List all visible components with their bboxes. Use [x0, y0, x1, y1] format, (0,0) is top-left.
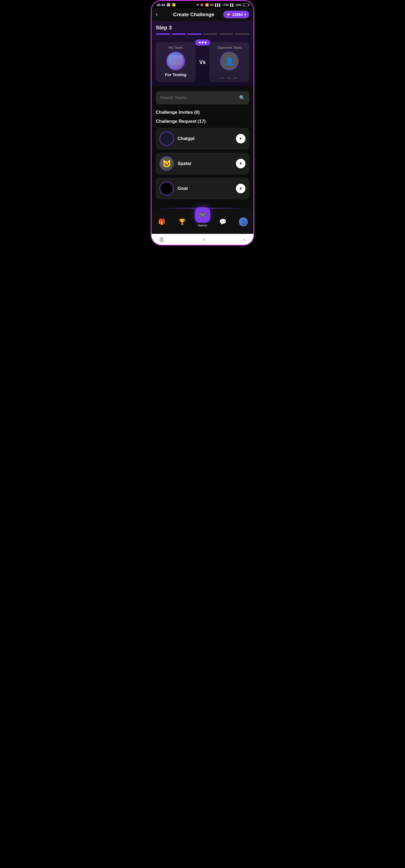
add-spatar-button[interactable]: +: [236, 159, 245, 168]
time-display: 16:44: [156, 3, 165, 7]
list-item[interactable]: Goat +: [156, 178, 249, 199]
list-item[interactable]: 🐱 Spatar +: [156, 153, 249, 175]
nav-trophy[interactable]: 🏆: [172, 218, 193, 225]
phone-frame: 16:44 🖼 😊 ✳ 🔇 📶 5G ▌▌▌ LTE2 ▌▌ 16% ‹ Cre…: [151, 0, 254, 246]
mute-icon: 🔇: [200, 3, 204, 7]
progress-segment-5: [219, 33, 234, 35]
my-team-avatar-image: [167, 52, 184, 70]
recent-apps-button[interactable]: |||: [160, 237, 164, 243]
progress-segment-4: [203, 33, 218, 35]
signal-lte: LTE2: [223, 3, 229, 6]
goat-avatar-image: [160, 182, 173, 195]
battery-icon: [243, 3, 249, 6]
chatgpt-avatar: [160, 131, 174, 146]
search-bar[interactable]: 🔍: [156, 91, 249, 104]
bottom-nav: 🎁 🏆 🎮 Games 💬 👤: [151, 210, 254, 234]
rewards-icon: 🎁: [158, 218, 165, 225]
chat-dot-3: [205, 42, 206, 43]
teams-row: My Team For Testing Vs Opponent Team 👤 _…: [156, 42, 249, 82]
chatgpt-name: Chatgpt: [178, 136, 232, 141]
main-content: 🔍 Challenge Invites (0) Challenge Reques…: [151, 86, 254, 207]
nav-chat[interactable]: 💬: [212, 218, 233, 225]
signal-bars-2: ▌▌: [230, 3, 234, 7]
add-goat-button[interactable]: +: [236, 184, 245, 193]
my-team-avatar: [166, 52, 185, 70]
my-team-card[interactable]: My Team For Testing: [156, 42, 196, 82]
back-button[interactable]: ‹: [156, 11, 164, 18]
signal-bars: ▌▌▌: [215, 3, 221, 7]
my-team-name: For Testing: [165, 72, 186, 77]
progress-bar: [156, 33, 249, 35]
requests-header: Challenge Request (17): [156, 119, 249, 124]
home-button[interactable]: ○: [202, 237, 205, 243]
status-bar: 16:44 🖼 😊 ✳ 🔇 📶 5G ▌▌▌ LTE2 ▌▌ 16%: [151, 1, 254, 8]
progress-segment-1: [156, 33, 170, 35]
person-icon: 👤: [225, 57, 234, 65]
chat-dot-2: [202, 42, 204, 43]
progress-segment-6: [235, 33, 249, 35]
back-nav-button[interactable]: ‹: [243, 237, 245, 243]
add-chatgpt-button[interactable]: +: [236, 134, 245, 144]
games-button[interactable]: 🎮: [195, 207, 210, 223]
page-title: Create Challenge: [164, 12, 223, 18]
add-coins-button[interactable]: +: [244, 12, 247, 17]
coins-badge[interactable]: ⚡ 23864 +: [223, 10, 249, 18]
profile-avatar[interactable]: 👤: [239, 217, 248, 226]
opponent-team-card[interactable]: Opponent Team 👤 _ _ _: [209, 42, 249, 82]
search-icon[interactable]: 🔍: [239, 95, 245, 101]
my-team-label: My Team: [169, 45, 183, 50]
nav-rewards[interactable]: 🎁: [151, 218, 172, 225]
trophy-icon: 🏆: [179, 218, 186, 225]
spatar-avatar-image: 🐱: [160, 157, 173, 170]
smiley-icon: 😊: [172, 3, 176, 7]
chat-bubble-container: [156, 39, 249, 45]
gamepad-icon: 🎮: [198, 211, 207, 219]
progress-segment-3: [187, 33, 202, 35]
search-input[interactable]: [160, 95, 236, 100]
chat-bubble: [195, 39, 210, 45]
goat-name: Goat: [178, 186, 232, 191]
bluetooth-icon: ✳: [196, 3, 199, 7]
invites-header: Challenge Invites (0): [156, 110, 249, 115]
vs-label: Vs: [198, 59, 207, 65]
step-label: Step 3: [156, 25, 249, 31]
opponent-placeholder: 👤: [221, 52, 238, 70]
status-right: ✳ 🔇 📶 5G ▌▌▌ LTE2 ▌▌ 16%: [196, 3, 249, 7]
wifi-icon: 📶: [205, 3, 209, 7]
opponent-dashes: _ _ _: [221, 72, 238, 79]
spatar-name: Spatar: [178, 161, 232, 166]
chat-icon: 💬: [219, 218, 226, 225]
chat-dot-1: [199, 42, 201, 43]
goat-avatar: [160, 181, 174, 196]
progress-segment-2: [172, 33, 186, 35]
android-nav: ||| ○ ‹: [151, 234, 254, 245]
opponent-avatar: 👤: [220, 52, 239, 70]
nav-profile[interactable]: 👤: [233, 217, 254, 226]
hero-section: Step 3 My Team: [151, 21, 254, 86]
signal-5g: 5G: [210, 3, 214, 6]
spatar-avatar: 🐱: [160, 156, 174, 171]
nav-games-center: 🎮 Games: [193, 207, 213, 227]
header: ‹ Create Challenge ⚡ 23864 +: [151, 8, 254, 21]
games-label: Games: [198, 224, 207, 227]
opponent-label: Opponent Team: [217, 45, 241, 50]
battery-percent: 16%: [236, 3, 241, 7]
coins-count: 23864: [232, 12, 243, 17]
list-item[interactable]: Chatgpt +: [156, 128, 249, 150]
lightning-icon: ⚡: [226, 12, 231, 17]
profile-icon: 👤: [240, 219, 246, 225]
gallery-icon: 🖼: [167, 3, 170, 7]
status-left: 16:44 🖼 😊: [156, 3, 176, 7]
